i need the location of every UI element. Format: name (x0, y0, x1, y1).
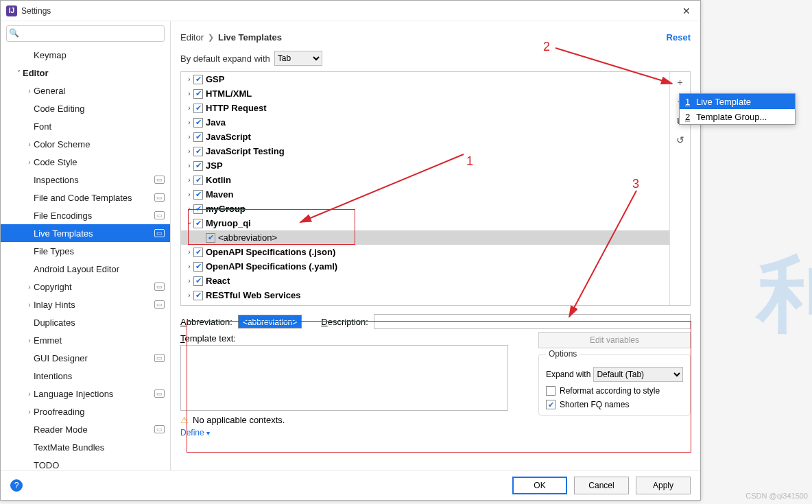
no-context-label: No applicable contexts. (193, 415, 285, 425)
chevron-down-icon: ▾ (206, 429, 210, 437)
checkbox-icon[interactable]: ✔ (193, 118, 203, 128)
sidebar-item[interactable]: File Encodings▭ (1, 206, 170, 224)
template-row[interactable]: ✔<abbreviation> (181, 230, 669, 245)
define-link[interactable]: Define ▾ (180, 428, 210, 437)
template-row[interactable]: ›✔myGroup (181, 202, 669, 216)
ok-button[interactable]: OK (512, 477, 567, 494)
sidebar-item[interactable]: Live Templates▭ (1, 224, 170, 242)
template-row[interactable]: ›✔HTTP Request (181, 101, 669, 115)
sidebar-item[interactable]: ›Inlay Hints▭ (1, 296, 170, 313)
template-row[interactable]: ›✔RESTful Web Services (181, 288, 669, 302)
checkbox-icon[interactable]: ✔ (193, 219, 203, 228)
checkbox-icon[interactable]: ✔ (193, 190, 203, 200)
sidebar-item-label: Editor (23, 68, 165, 78)
template-text-area[interactable] (180, 345, 508, 411)
sidebar-item[interactable]: Font (1, 117, 170, 135)
popup-label: Template Group... (696, 112, 767, 122)
abbreviation-input[interactable]: <abbreviation> (238, 315, 302, 328)
popup-item[interactable]: 1Live Template (680, 94, 795, 109)
sidebar-item-label: Live Templates (34, 228, 152, 239)
sidebar-item[interactable]: ›Copyright▭ (1, 278, 170, 296)
sidebar-item-label: Inspections (34, 175, 152, 185)
sidebar-item-label: Inlay Hints (34, 300, 152, 310)
template-row[interactable]: ›✔Maven (181, 187, 669, 202)
cancel-button[interactable]: Cancel (574, 477, 629, 494)
breadcrumb: Editor ❯ Live Templates Reset (180, 32, 691, 43)
add-button[interactable]: + (673, 75, 688, 90)
search-input[interactable] (6, 25, 165, 42)
sidebar-item[interactable]: ›Language Injections▭ (1, 385, 170, 403)
checkbox-icon[interactable]: ✔ (193, 248, 203, 257)
template-label: JavaScript (206, 132, 251, 142)
sidebar-item-label: Language Injections (34, 389, 152, 399)
sidebar-item[interactable]: Keymap (1, 46, 170, 64)
checkbox-icon[interactable]: ✔ (193, 276, 203, 286)
description-input[interactable] (374, 314, 691, 329)
sidebar-item[interactable]: TODO (1, 456, 170, 470)
sidebar-item[interactable]: Code Editing (1, 99, 170, 117)
template-row[interactable]: ›✔JSP (181, 158, 669, 173)
sidebar-item[interactable]: GUI Designer▭ (1, 349, 170, 367)
checkbox-icon (546, 386, 556, 396)
sidebar-item-label: General (34, 86, 165, 96)
template-row[interactable]: ›✔OpenAPI Specifications (.yaml) (181, 259, 669, 274)
checkbox-icon[interactable]: ✔ (206, 233, 215, 243)
template-row[interactable]: ›✔GSP (181, 72, 669, 86)
checkbox-icon[interactable]: ✔ (193, 89, 203, 99)
close-icon[interactable]: ✕ (678, 4, 695, 18)
help-button[interactable]: ? (10, 479, 23, 492)
sidebar-item[interactable]: ›Code Style (1, 153, 170, 171)
sidebar-item[interactable]: ›Proofreading (1, 403, 170, 420)
breadcrumb-root[interactable]: Editor (180, 32, 204, 43)
sidebar-item[interactable]: TextMate Bundles (1, 438, 170, 456)
template-label: HTTP Request (206, 103, 267, 113)
checkbox-icon[interactable]: ✔ (193, 147, 203, 156)
sidebar-item-label: Code Style (34, 157, 165, 167)
sidebar-item[interactable]: File Types (1, 242, 170, 260)
sidebar-item[interactable]: Reader Mode▭ (1, 420, 170, 438)
template-row[interactable]: ›✔Java (181, 115, 669, 130)
checkbox-icon[interactable]: ✔ (193, 291, 203, 300)
sidebar-item[interactable]: ›Emmet (1, 331, 170, 349)
sidebar-item[interactable]: ›General (1, 82, 170, 99)
expand-with-select[interactable]: Default (Tab) (593, 367, 683, 382)
template-row[interactable]: ›✔Shell Script (181, 302, 669, 305)
template-row[interactable]: ›✔OpenAPI Specifications (.json) (181, 245, 669, 259)
checkbox-icon[interactable]: ✔ (193, 204, 203, 214)
apply-button[interactable]: Apply (636, 477, 691, 494)
template-row[interactable]: ›✔HTML/XML (181, 86, 669, 101)
reformat-checkbox-row[interactable]: Reformat according to style (546, 386, 683, 396)
checkbox-icon[interactable]: ✔ (193, 262, 203, 272)
template-row[interactable]: ›✔JavaScript Testing (181, 144, 669, 158)
titlebar: IJ Settings ✕ (1, 1, 700, 21)
checkbox-icon[interactable]: ✔ (193, 75, 203, 84)
checkbox-icon[interactable]: ✔ (193, 161, 203, 171)
popup-item[interactable]: 2Template Group... (680, 109, 795, 124)
template-row[interactable]: ›✔Myruop_qi (181, 216, 669, 230)
sidebar-item[interactable]: Inspections▭ (1, 171, 170, 189)
template-row[interactable]: ›✔React (181, 274, 669, 288)
sidebar-item[interactable]: ›Color Scheme (1, 135, 170, 153)
checkbox-icon[interactable]: ✔ (193, 104, 203, 113)
template-row[interactable]: ›✔JavaScript (181, 130, 669, 144)
edit-variables-button[interactable]: Edit variables (538, 332, 691, 348)
templates-tree[interactable]: ›✔GSP›✔HTML/XML›✔HTTP Request›✔Java›✔Jav… (181, 72, 669, 305)
undo-button[interactable]: ↺ (673, 132, 688, 147)
sidebar-item[interactable]: Intentions (1, 367, 170, 385)
checkbox-icon[interactable]: ✔ (193, 176, 203, 185)
sidebar-item[interactable]: ˅Editor (1, 64, 170, 82)
checkbox-icon[interactable]: ✔ (193, 305, 203, 306)
abbreviation-label: Abbreviation: (180, 317, 232, 327)
sidebar-item[interactable]: Android Layout Editor (1, 260, 170, 278)
checkbox-icon[interactable]: ✔ (193, 132, 203, 142)
sidebar-item[interactable]: Duplicates (1, 313, 170, 331)
expand-with-label: Expand with (546, 370, 590, 379)
reset-link[interactable]: Reset (667, 32, 691, 43)
default-expand-select[interactable]: Tab (274, 51, 322, 66)
template-label: Myruop_qi (206, 218, 251, 228)
settings-tree[interactable]: Keymap˅Editor›GeneralCode EditingFont›Co… (1, 46, 170, 470)
shorten-fq-checkbox-row[interactable]: ✔ Shorten FQ names (546, 400, 683, 409)
sidebar-item[interactable]: File and Code Templates▭ (1, 189, 170, 206)
project-badge-icon: ▭ (154, 354, 165, 362)
template-row[interactable]: ›✔Kotlin (181, 173, 669, 187)
